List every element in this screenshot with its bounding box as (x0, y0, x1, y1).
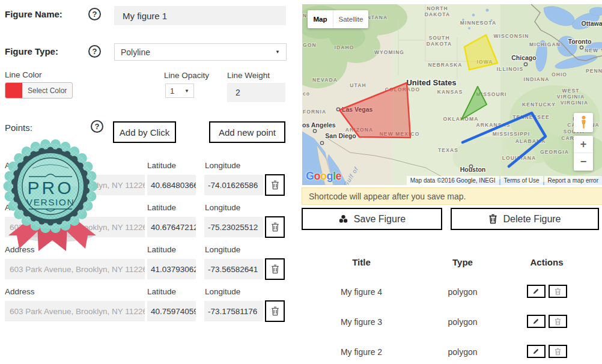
address-input[interactable]: 603 Park Avenue, Brooklyn, NY 11226 (5, 259, 145, 279)
help-icon[interactable]: ? (91, 120, 103, 133)
color-picker-button[interactable]: Select Color (5, 82, 73, 99)
map-label: FORNIA (303, 109, 326, 115)
latitude-header: Latitude (147, 287, 176, 296)
latitude-input[interactable]: 40.68480366 (147, 175, 196, 195)
delete-figure-row-button[interactable] (549, 345, 567, 358)
map-label: WEST (562, 88, 580, 94)
zoom-out-button[interactable]: − (574, 153, 593, 170)
map-label: SOUTH (428, 35, 449, 41)
line-opacity-select[interactable]: 1 ▼ (165, 83, 194, 98)
city-marker (524, 62, 527, 65)
map-label: OKLAHOMA (443, 116, 479, 122)
map-canvas[interactable]: NGMONTANANORTHDAKOTAMINNESOTAGONIDAHOWYO… (302, 4, 602, 185)
type-column-header: Type (421, 257, 505, 267)
save-figure-button[interactable]: Save Figure (302, 208, 442, 230)
map-label: VIRGINIA (561, 100, 589, 106)
pro-version-badge: PRO VERSION (1, 136, 103, 253)
map-label: co (303, 91, 310, 97)
line-weight-input[interactable]: 2 (227, 83, 285, 102)
figure-type-label: Figure Type: (5, 46, 58, 56)
figure-name-input[interactable]: My figure 1 (114, 6, 286, 25)
trash-icon (555, 318, 561, 326)
longitude-input[interactable]: -74.01626586 (204, 175, 263, 195)
latitude-header: Latitude (147, 245, 176, 254)
latitude-input[interactable]: 41.03793062 (147, 259, 196, 279)
figure-title: My figure 2 (302, 347, 421, 357)
terms-of-use-link[interactable]: Terms of Use (500, 176, 543, 185)
help-icon[interactable]: ? (88, 8, 101, 20)
points-label: Points: (5, 123, 32, 133)
line-color-label: Line Color (5, 70, 42, 79)
latitude-input[interactable]: 40.75974059 (147, 301, 196, 321)
map-label: MINNESOTA (460, 20, 496, 26)
pencil-icon (532, 318, 540, 325)
google-logo[interactable]: Google (306, 170, 341, 183)
map-label: WISCONSIN (493, 33, 529, 39)
longitude-input[interactable]: -75.23025512 (204, 217, 263, 237)
map-label: INDIANA (523, 76, 549, 82)
city-marker (320, 141, 323, 144)
add-by-click-button[interactable]: Add by Click (113, 121, 176, 143)
figure-type-select[interactable]: Polyline ▼ (114, 43, 287, 61)
map-label: KENTUCKY (522, 102, 556, 108)
zoom-in-button[interactable]: + (574, 136, 593, 153)
map-tiles: NGMONTANANORTHDAKOTAMINNESOTAGONIDAHOWYO… (302, 4, 602, 185)
edit-figure-button[interactable] (527, 345, 546, 358)
map-label: DAKOTA (427, 41, 452, 47)
point-row: Address Latitude Longitude 603 Park Aven… (0, 287, 288, 329)
map-figure-editor-page: Figure Name: ? My figure 1 Figure Type: … (0, 0, 602, 364)
line-opacity-value: 1 (170, 86, 174, 96)
map-label: OHIO (552, 71, 567, 77)
map-label: KANSAS (437, 89, 463, 95)
figure-type-value: Polyline (121, 47, 150, 57)
map-label: TEXAS (438, 147, 458, 153)
map-label: NEVADA (312, 77, 338, 83)
map-type-map-button[interactable]: Map (308, 10, 333, 28)
figure-type: polygon (421, 347, 505, 357)
map-label: NORTH (427, 5, 448, 11)
trash-icon (271, 180, 279, 190)
longitude-header: Longitude (205, 287, 240, 296)
city-marker (580, 46, 583, 49)
delete-point-button[interactable] (265, 174, 285, 196)
chevron-down-icon: ▼ (275, 49, 280, 55)
delete-figure-button[interactable]: Delete Figure (451, 208, 599, 230)
map-type-satellite-button[interactable]: Satellite (333, 10, 368, 28)
delete-figure-row-button[interactable] (549, 285, 567, 298)
delete-figure-row-button[interactable] (549, 315, 567, 328)
address-input[interactable]: 603 Park Avenue, Brooklyn, NY 11226 (5, 301, 145, 321)
longitude-input[interactable]: -73.17581176 (204, 301, 263, 321)
map-label: VIRGINIA (557, 94, 585, 100)
badge-line1: PRO (27, 178, 73, 198)
figure-table-row: My figure 2 polygon (302, 345, 591, 360)
longitude-header: Longitude (205, 245, 240, 254)
longitude-input[interactable]: -73.56582641 (204, 259, 263, 279)
delete-point-button[interactable] (265, 300, 285, 322)
figure-actions (505, 285, 589, 298)
figure-actions (505, 345, 589, 358)
map-label: WYOMING (374, 49, 404, 55)
figure-title: My figure 3 (302, 317, 421, 327)
pegman-control[interactable] (574, 113, 593, 132)
add-new-point-button[interactable]: Add new point (209, 121, 285, 143)
delete-point-button[interactable] (265, 258, 285, 280)
address-header: Address (5, 287, 35, 296)
save-icon (338, 214, 348, 224)
help-icon[interactable]: ? (88, 45, 101, 58)
latitude-input[interactable]: 40.67647212 (147, 217, 196, 237)
map-attribution: Map data ©2016 Google, INEGI Terms of Us… (406, 176, 602, 185)
map-label: IDAHO (335, 44, 354, 50)
figure-title: My figure 4 (302, 287, 421, 297)
delete-point-button[interactable] (265, 216, 285, 238)
edit-figure-button[interactable] (527, 285, 546, 298)
trash-icon (271, 264, 279, 274)
longitude-header: Longitude (205, 161, 240, 170)
map-label: UTAH (350, 82, 366, 88)
city-marker (469, 165, 472, 168)
edit-figure-button[interactable] (527, 315, 546, 328)
map-label: NEW YORK (585, 47, 602, 53)
chevron-down-icon: ▼ (184, 88, 189, 94)
report-map-error-link[interactable]: Report a map error (544, 176, 602, 185)
map-label: PENNSYLVANIA (586, 68, 602, 74)
map-label: ILLINOIS (497, 66, 524, 72)
